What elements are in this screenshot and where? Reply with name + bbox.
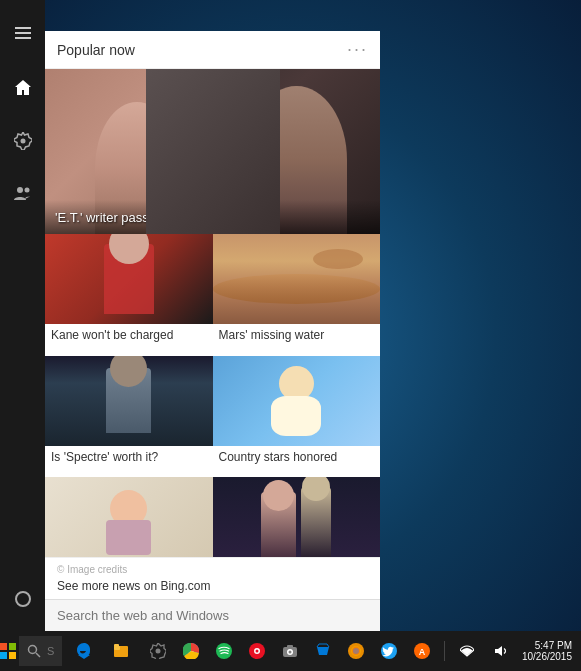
taskbar: A 5:47 PM 10/26/2015 (0, 631, 581, 671)
circle-icon (14, 590, 32, 608)
news-footer: © Image credits See more news on Bing.co… (45, 557, 380, 599)
svg-rect-5 (9, 643, 16, 650)
hero-overlay: 'E.T.' writer passes (45, 200, 380, 234)
search-bar (45, 599, 380, 631)
taskbar-explorer-icon[interactable] (104, 631, 139, 671)
nav-people[interactable] (0, 171, 45, 216)
hamburger-menu[interactable] (0, 10, 45, 55)
desktop: Popular now ··· (0, 0, 581, 671)
svg-rect-12 (114, 644, 119, 647)
articles-grid: Kane won't be charged Mars' missing wate… (45, 234, 380, 557)
taskbar-firefox-icon[interactable] (341, 631, 371, 671)
taskbar-spotify-icon[interactable] (209, 631, 239, 671)
taskbar-chrome-icon[interactable] (176, 631, 206, 671)
search-input[interactable] (57, 608, 368, 623)
taskbar-date: 10/26/2015 (522, 651, 572, 662)
nav-home[interactable] (0, 65, 45, 110)
svg-text:A: A (419, 647, 426, 657)
article-child[interactable]: Found after 13 years (45, 477, 213, 557)
taskbar-system-icons: A 5:47 PM 10/26/2015 (176, 631, 581, 671)
svg-point-8 (29, 646, 37, 654)
article-image-love (213, 477, 381, 557)
taskbar-network-icon[interactable] (452, 631, 482, 671)
article-image-mars (213, 234, 381, 324)
article-mars[interactable]: Mars' missing water (213, 234, 381, 356)
article-caption-country: Country stars honored (213, 446, 381, 470)
taskbar-clock[interactable]: 5:47 PM 10/26/2015 (518, 640, 576, 662)
hero-caption: 'E.T.' writer passes (55, 210, 163, 225)
news-header: Popular now ··· (45, 31, 380, 69)
taskbar-extra-icon[interactable]: A (407, 631, 437, 671)
svg-line-9 (36, 653, 40, 657)
svg-point-13 (156, 649, 161, 654)
svg-rect-4 (0, 643, 7, 650)
svg-point-22 (288, 651, 291, 654)
windows-logo-icon (0, 643, 16, 659)
gear-icon (14, 132, 32, 150)
nav-settings[interactable] (0, 118, 45, 163)
svg-point-16 (216, 643, 232, 659)
see-more-link[interactable]: See more news on Bing.com (57, 579, 368, 593)
article-caption-kane: Kane won't be charged (45, 324, 213, 348)
svg-point-1 (17, 187, 23, 193)
hero-article[interactable]: 'E.T.' writer passes (45, 69, 380, 234)
home-icon (14, 79, 32, 97)
svg-point-3 (16, 592, 30, 606)
article-caption-spectre: Is 'Spectre' worth it? (45, 446, 213, 470)
svg-rect-23 (287, 645, 293, 648)
article-kane[interactable]: Kane won't be charged (45, 234, 213, 356)
svg-rect-6 (0, 652, 7, 659)
taskbar-settings-icon[interactable] (141, 631, 176, 671)
taskbar-edge-icon[interactable] (67, 631, 102, 671)
people-icon (14, 185, 32, 203)
svg-point-2 (24, 187, 29, 192)
more-options-button[interactable]: ··· (347, 39, 368, 60)
taskbar-twitter-icon[interactable] (374, 631, 404, 671)
image-credits: © Image credits (57, 564, 368, 575)
svg-point-19 (255, 650, 258, 653)
svg-point-0 (20, 138, 25, 143)
article-image-country (213, 356, 381, 446)
news-content: 'E.T.' writer passes Kane won't be (45, 69, 380, 557)
taskbar-search-icon (27, 644, 41, 658)
taskbar-divider (444, 641, 445, 661)
news-panel: Popular now ··· (45, 31, 380, 631)
article-spectre[interactable]: Is 'Spectre' worth it? (45, 356, 213, 478)
taskbar-start-button[interactable] (0, 631, 16, 671)
svg-rect-7 (9, 652, 16, 659)
taskbar-store-icon[interactable] (308, 631, 338, 671)
article-country[interactable]: Country stars honored (213, 356, 381, 478)
svg-point-30 (465, 651, 468, 654)
taskbar-camera-icon[interactable] (275, 631, 305, 671)
taskbar-time: 5:47 PM (535, 640, 572, 651)
article-love[interactable]: 'Love that never dies' (213, 477, 381, 557)
article-image-spectre (45, 356, 213, 446)
article-image-child (45, 477, 213, 557)
taskbar-groove-icon[interactable] (242, 631, 272, 671)
taskbar-search-box[interactable] (19, 636, 62, 666)
start-panel (0, 0, 45, 631)
hero-image: 'E.T.' writer passes (45, 69, 380, 234)
taskbar-apps (67, 631, 176, 671)
article-image-kane (45, 234, 213, 324)
taskbar-search-input[interactable] (47, 645, 54, 657)
hamburger-icon (15, 27, 31, 39)
nav-circle[interactable] (0, 576, 45, 621)
panel-title: Popular now (57, 42, 135, 58)
article-caption-mars: Mars' missing water (213, 324, 381, 348)
taskbar-volume-icon[interactable] (485, 631, 515, 671)
